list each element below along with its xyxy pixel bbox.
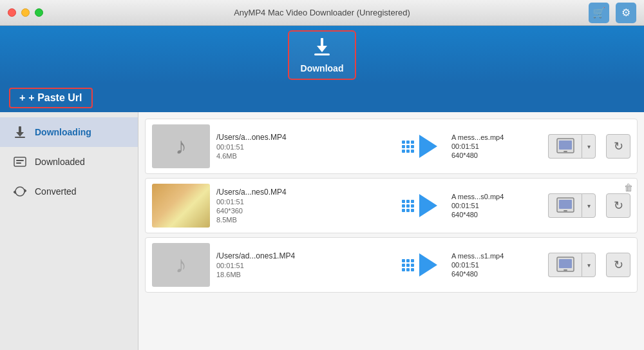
ipad-icon <box>556 138 575 155</box>
downloading-label: Downloading <box>35 127 91 137</box>
settings-button[interactable]: ⚙ <box>616 3 636 23</box>
svg-rect-18 <box>559 259 572 268</box>
row3-info: /Users/ad...ones1.MP4 00:01:51 18.6MB <box>216 251 387 278</box>
grid-icon <box>402 200 414 212</box>
svg-rect-13 <box>564 151 567 152</box>
chevron-down-icon: ▾ <box>587 143 591 150</box>
sidebar-item-downloaded[interactable]: Downloaded <box>0 147 138 177</box>
row3-size: 18.6MB <box>216 271 387 278</box>
row2-res: 640*360 <box>216 207 387 215</box>
cart-icon: 🛒 <box>592 6 605 19</box>
row2-device-button[interactable] <box>548 193 582 218</box>
row3-arrow <box>393 253 445 277</box>
row1-dest-file: A mess...es.mp4 <box>451 133 542 141</box>
paste-url-bar: + + Paste Url <box>0 84 644 112</box>
row1-path: /Users/a...ones.MP4 <box>216 133 387 142</box>
row2-size: 8.5MB <box>216 216 387 224</box>
row3-refresh-button[interactable]: ↻ <box>606 253 630 277</box>
arrow-right-icon <box>419 135 437 158</box>
row3-device-button[interactable] <box>548 253 582 277</box>
title-bar-actions: 🛒 ⚙ <box>589 3 636 23</box>
row1-refresh-button[interactable]: ↻ <box>606 134 630 159</box>
row3-device-dropdown[interactable]: ▾ <box>582 253 596 277</box>
table-row: ♪ /Users/a...ones.MP4 00:01:51 4.6MB A m… <box>145 119 638 174</box>
row1-device-select[interactable]: ▾ <box>548 134 596 159</box>
row1-device-dropdown[interactable]: ▾ <box>582 134 596 159</box>
row3-dest-time: 00:01:51 <box>451 261 542 269</box>
svg-rect-19 <box>564 269 567 271</box>
paste-url-label: + Paste Url <box>28 92 82 104</box>
arrow-right-icon <box>419 194 437 217</box>
row3-device-select[interactable]: ▾ <box>548 253 596 277</box>
refresh-icon: ↻ <box>614 258 623 272</box>
row3-dest: A mess...s1.mp4 00:01:51 640*480 <box>451 252 542 278</box>
converted-label: Converted <box>35 186 77 197</box>
svg-rect-12 <box>559 141 572 150</box>
row2-delete-button[interactable]: 🗑 <box>624 182 633 193</box>
row1-thumbnail: ♪ <box>152 124 210 168</box>
row3-dest-res: 640*480 <box>451 270 542 278</box>
row3-thumbnail: ♪ <box>152 243 210 287</box>
close-button[interactable] <box>8 8 16 17</box>
download-svg <box>312 37 332 57</box>
row2-arrow <box>393 194 445 217</box>
minimize-button[interactable] <box>21 8 30 17</box>
row2-device-select[interactable]: ▾ <box>548 193 596 218</box>
row1-dest-res: 640*480 <box>451 151 542 159</box>
table-row: ♪ /Users/ad...ones1.MP4 00:01:51 18.6MB … <box>145 237 638 293</box>
title-bar: AnyMP4 Mac Video Downloader (Unregistere… <box>0 0 644 26</box>
row2-path: /Users/a...nes0.MP4 <box>216 188 387 197</box>
row2-thumb-image <box>152 184 210 228</box>
download-icon <box>312 37 332 61</box>
grid-icon <box>402 141 414 153</box>
arrow-right-icon <box>419 253 437 277</box>
settings-icon: ⚙ <box>621 6 630 19</box>
downloaded-label: Downloaded <box>35 157 85 167</box>
row2-dest: A mess...s0.mp4 00:01:51 640*480 <box>451 193 542 219</box>
svg-rect-6 <box>14 157 26 166</box>
row3-time: 00:01:51 <box>216 262 387 269</box>
music-note-icon: ♪ <box>175 251 187 278</box>
plus-icon: + <box>19 92 25 104</box>
content-area: ♪ /Users/a...ones.MP4 00:01:51 4.6MB A m… <box>138 112 644 350</box>
row3-dest-file: A mess...s1.mp4 <box>451 252 542 260</box>
refresh-icon: ↻ <box>614 139 623 153</box>
svg-rect-7 <box>16 160 24 161</box>
ipad-icon <box>556 257 575 273</box>
svg-rect-15 <box>559 200 572 209</box>
converted-icon <box>13 184 27 199</box>
main-layout: Downloading Downloaded Conv <box>0 112 644 350</box>
download-label: Download <box>301 63 344 73</box>
sidebar-item-downloading[interactable]: Downloading <box>0 117 138 147</box>
row2-thumbnail <box>152 184 210 228</box>
row1-info: /Users/a...ones.MP4 00:01:51 4.6MB <box>216 133 387 160</box>
maximize-button[interactable] <box>35 8 43 17</box>
row1-dest: A mess...es.mp4 00:01:51 640*480 <box>451 133 542 159</box>
chevron-down-icon: ▾ <box>587 202 591 209</box>
cart-button[interactable]: 🛒 <box>589 3 609 23</box>
toolbar: Download <box>0 26 644 84</box>
svg-marker-1 <box>317 46 327 52</box>
svg-rect-16 <box>564 210 567 211</box>
svg-marker-4 <box>16 132 24 137</box>
row2-dest-time: 00:01:51 <box>451 202 542 209</box>
row1-dest-time: 00:01:51 <box>451 142 542 150</box>
sidebar-item-converted[interactable]: Converted <box>0 177 138 206</box>
row2-dest-res: 640*480 <box>451 211 542 219</box>
ipad-icon <box>556 197 575 214</box>
window-controls <box>8 8 43 17</box>
row1-device-button[interactable] <box>548 134 582 159</box>
download-button[interactable]: Download <box>288 30 357 80</box>
svg-rect-8 <box>16 162 21 164</box>
row2-time: 00:01:51 <box>216 198 387 206</box>
row1-time: 00:01:51 <box>216 143 387 151</box>
row2-dest-file: A mess...s0.mp4 <box>451 193 542 200</box>
paste-url-button[interactable]: + + Paste Url <box>9 88 93 108</box>
svg-rect-2 <box>314 53 330 55</box>
row2-refresh-button[interactable]: ↻ <box>606 193 630 218</box>
delete-icon: 🗑 <box>624 182 633 193</box>
downloading-icon <box>13 125 27 139</box>
row2-device-dropdown[interactable]: ▾ <box>582 193 596 218</box>
table-row: /Users/a...nes0.MP4 00:01:51 640*360 8.5… <box>145 178 638 233</box>
chevron-down-icon: ▾ <box>587 262 591 269</box>
